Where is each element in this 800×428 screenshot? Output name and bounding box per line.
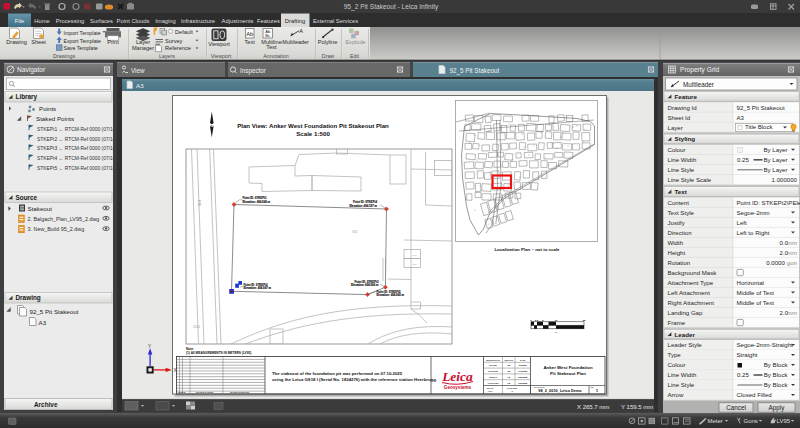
svg-text:A3: A3 (136, 82, 144, 89)
svg-text:(1) All MEASUREMENTS IN METERS: (1) All MEASUREMENTS IN METERS (LV95) (186, 351, 251, 355)
svg-text:Background Mask: Background Mask (668, 269, 718, 276)
svg-text:STAKED EASTING: STAKED EASTING (196, 391, 214, 393)
svg-text:X 265.7 mm: X 265.7 mm (577, 404, 609, 410)
svg-text:STKEPt2 ← RTCM-Ref 0000 (07/1: STKEPt2 ← RTCM-Ref 0000 (07/10/ (37, 137, 117, 142)
svg-text:using the Leica GS18 I (Serial: using the Leica GS18 I (Serial No. 18342… (272, 377, 437, 382)
svg-text:Leader: Leader (675, 331, 696, 338)
svg-text:Leica: Leica (441, 369, 473, 384)
svg-text:Right Attachment: Right Attachment (668, 299, 715, 306)
svg-text:Surfaces: Surfaces (90, 18, 113, 24)
svg-text:PAGE SIZE: PAGE SIZE (507, 387, 518, 389)
svg-text:Meter: Meter (708, 418, 723, 424)
svg-text:Inspector: Inspector (240, 67, 266, 75)
svg-text:Print: Print (107, 39, 119, 45)
svg-text:By Layer: By Layer (763, 156, 787, 163)
svg-text:Direction: Direction (668, 229, 692, 236)
svg-text:STKEPt1 ← RTCM-Ref 0000 (07/1: STKEPt1 ← RTCM-Ref 0000 (07/10/ (37, 127, 117, 132)
svg-text:TM: TM (507, 364, 510, 366)
svg-text:Line Style Scale: Line Style Scale (668, 176, 712, 183)
svg-text:Scale 1:500: Scale 1:500 (296, 130, 330, 137)
svg-text:DATE: DATE (520, 359, 526, 361)
svg-text:Drawing: Drawing (16, 294, 41, 302)
svg-text:Point ID: Point ID (178, 391, 186, 393)
svg-text:Manager: Manager (132, 45, 154, 51)
svg-text:Drawings: Drawings (53, 53, 75, 59)
svg-text:Home: Home (34, 18, 49, 24)
svg-text:Viewport: Viewport (211, 53, 232, 59)
svg-text:Plan View: Anker West Foundati: Plan View: Anker West Foundation Pit Sta… (237, 122, 389, 129)
svg-text:Middle of Text: Middle of Text (737, 299, 775, 306)
svg-text:Polyline: Polyline (318, 39, 338, 45)
svg-text:Staked Points: Staked Points (36, 115, 74, 122)
svg-text:92_5 Pit Stakeout: 92_5 Pit Stakeout (450, 67, 500, 75)
svg-text:744: 744 (352, 230, 358, 234)
svg-text:Processing: Processing (56, 18, 85, 24)
svg-text:0.0000: 0.0000 (766, 259, 785, 266)
svg-text:2145: 2145 (193, 325, 200, 329)
svg-text:By Layer: By Layer (763, 166, 787, 173)
svg-text:95_2 Pit Stakeout - Leica Infi: 95_2 Pit Stakeout - Leica Infinity (344, 3, 439, 11)
svg-text:Bc: Bc (265, 33, 270, 38)
svg-text:Text: Text (266, 44, 277, 50)
svg-text:Reference: Reference (165, 45, 191, 51)
svg-text:Property Grid: Property Grid (680, 66, 720, 74)
svg-text:Drawing Id: Drawing Id (668, 104, 697, 111)
svg-text:Horizontal: Horizontal (737, 279, 764, 286)
svg-text:Elevation: 404.197 m: Elevation: 404.197 m (349, 204, 377, 208)
svg-text:Localization Plan – not to sca: Localization Plan – not to scale (494, 247, 560, 252)
svg-text:DETAILS: DETAILS (504, 359, 513, 361)
svg-text:Import Template: Import Template (64, 30, 101, 36)
svg-text:STKEPt5 ← RTCM-Ref 0000 (07/1: STKEPt5 ← RTCM-Ref 0000 (07/10/ (37, 166, 117, 171)
svg-text:Imaging: Imaging (155, 18, 176, 24)
svg-text:CHECKED: CHECKED (488, 370, 498, 372)
svg-text:Left Attachment: Left Attachment (668, 289, 711, 296)
svg-text:Edit: Edit (350, 53, 360, 59)
svg-text:Multileader: Multileader (282, 39, 309, 45)
svg-text:Draw: Draw (322, 53, 335, 59)
svg-text:DRAWING No.: DRAWING No. (534, 386, 546, 388)
svg-text:Survey: Survey (165, 38, 183, 44)
svg-text:Leader Style: Leader Style (668, 341, 703, 348)
svg-text:DESCRIPTION: DESCRIPTION (486, 359, 500, 361)
svg-text:7074: 7074 (198, 199, 202, 206)
svg-text:Text: Text (245, 39, 256, 45)
svg-text:Pit Stakeout Plan: Pit Stakeout Plan (550, 371, 586, 376)
svg-text:3. New_Build 95_2.dwg: 3. New_Build 95_2.dwg (28, 226, 85, 232)
svg-text:Title Block: Title Block (745, 124, 773, 130)
svg-text:Apply: Apply (769, 404, 786, 412)
svg-text:Layers: Layers (159, 53, 175, 59)
svg-text:STAKED NORTHING: STAKED NORTHING (230, 391, 250, 393)
svg-text:Save Template: Save Template (64, 45, 98, 51)
svg-text:A3: A3 (39, 319, 47, 326)
svg-text:Drawing: Drawing (6, 39, 27, 45)
svg-text:The stakeout of the foundation: The stakeout of the foundation pit was p… (272, 371, 403, 376)
svg-text:Layer: Layer (668, 124, 683, 131)
svg-text:Elevation: 404.047 m: Elevation: 404.047 m (244, 286, 272, 290)
svg-text:Sheet: Sheet (31, 39, 46, 45)
svg-text:Adjustments: Adjustments (222, 18, 254, 24)
svg-text:Frame: Frame (668, 319, 686, 326)
svg-text:Middle of Text: Middle of Text (737, 289, 775, 296)
svg-text:SCALE: SCALE (487, 387, 494, 389)
svg-text:Navigator: Navigator (17, 66, 46, 74)
svg-text:Stakeout: Stakeout (28, 205, 53, 212)
svg-text:Ab: Ab (246, 31, 253, 37)
svg-text:By Block: By Block (764, 371, 789, 378)
svg-text:2. Balgach_Plan_LV95_2.dwg: 2. Balgach_Plan_LV95_2.dwg (28, 216, 100, 222)
svg-text:A3: A3 (511, 390, 513, 392)
svg-text:Cancel: Cancel (726, 404, 746, 411)
svg-text:Width: Width (668, 239, 684, 246)
svg-text:Archive: Archive (34, 401, 58, 408)
svg-text:Segoe-2mm: Segoe-2mm (737, 209, 770, 216)
svg-text:gon: gon (787, 259, 797, 266)
svg-text:0.25: 0.25 (737, 156, 749, 163)
svg-text:92_5 Pit Stakeout: 92_5 Pit Stakeout (737, 104, 785, 111)
svg-text:By Block: By Block (764, 361, 789, 368)
svg-text:7/10/2025: 7/10/2025 (518, 370, 528, 372)
svg-text:Y: Y (148, 344, 151, 349)
svg-text:Feature: Feature (675, 93, 698, 100)
svg-text:Sheet Id: Sheet Id (668, 114, 691, 121)
svg-text:mm: mm (787, 309, 797, 316)
svg-text:Source: Source (16, 194, 38, 201)
svg-text:N: N (210, 123, 213, 128)
